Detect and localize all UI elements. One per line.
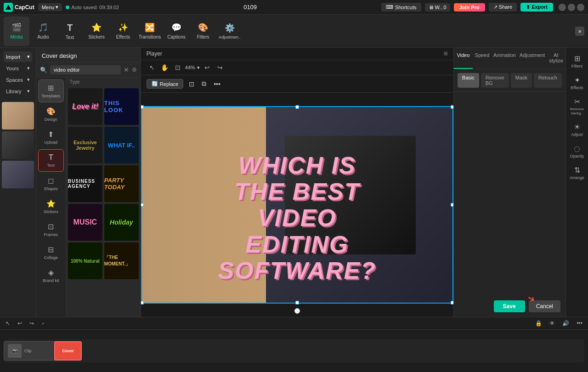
timeline-hide-button[interactable]: 👁 (548, 319, 557, 327)
tool-media[interactable]: 🎬 Media (4, 17, 29, 46)
workspace-button[interactable]: 🖥 W...0 (425, 3, 450, 11)
tab-adjustment[interactable]: Adjustment (518, 48, 547, 69)
media-thumb-3[interactable] (2, 161, 34, 188)
fit-button[interactable]: ⊡ (172, 62, 183, 73)
subtab-mask[interactable]: Mask (511, 73, 532, 88)
canvas-wrap[interactable]: WHICH IS THE BEST VIDEO EDITING SOFTWARE… (141, 93, 453, 317)
template-cell-1[interactable]: Love it! (68, 88, 102, 125)
remove-bg-icon: ✂ (574, 97, 580, 106)
timeline-undo-button[interactable]: ↩ (16, 319, 24, 327)
cover-nav-collage[interactable]: ⊟ Collage (38, 242, 64, 264)
cover-nav-upload[interactable]: ⬆ Upload (38, 126, 64, 148)
search-clear-button[interactable]: ✕ (124, 66, 129, 73)
subtab-basic[interactable]: Basic (458, 73, 479, 88)
canvas-area: Player ≡ ↖ ✋ ⊡ 44% ▾ ↩ ↪ 🔄 Replace (141, 48, 453, 317)
tool-filters-label: Filters (197, 34, 209, 39)
far-right-arrange[interactable]: ⇅ Arrange (566, 163, 588, 183)
far-right-effects[interactable]: ✦ Effects (566, 73, 588, 93)
far-right-remove-bg[interactable]: ✂ Remove backg.. (566, 95, 588, 118)
tool-effects[interactable]: ✨ Effects (110, 17, 136, 46)
cover-nav-shapes[interactable]: ◻ Shapes (38, 173, 64, 195)
timeline-select-button[interactable]: ↖ (4, 319, 12, 327)
search-input[interactable] (50, 65, 121, 74)
tool-audio[interactable]: 🎵 Audio (30, 17, 56, 46)
flip-button[interactable]: ⧉ (200, 78, 208, 90)
undo-button[interactable]: ↩ (202, 62, 213, 73)
subtab-retouch[interactable]: Retouch (534, 73, 562, 88)
more-button[interactable]: ••• (212, 79, 222, 90)
tool-transitions[interactable]: 🔀 Transitions (137, 17, 163, 46)
cover-nav-brand[interactable]: ◈ Brand kit (38, 265, 64, 287)
yours-button[interactable]: Yours ▾ (4, 63, 32, 73)
select-tool-button[interactable]: ↖ (147, 62, 158, 73)
save-button[interactable]: Save (494, 300, 525, 312)
player-menu-button[interactable]: ≡ (444, 50, 448, 58)
replace-button[interactable]: 🔄 Replace (147, 79, 183, 89)
far-right-adjust[interactable]: ☀ Adjust (566, 120, 588, 140)
template-cell-5[interactable]: BUSINESS AGENCY (68, 165, 102, 202)
template-cell-3[interactable]: Exclusive Jewelry (68, 127, 102, 163)
tool-adjustment[interactable]: ⚙️ Adjustmen.. (217, 17, 243, 46)
collage-nav-label: Collage (44, 255, 58, 260)
timeline-split-button[interactable]: ⌿ (40, 319, 46, 327)
library-button[interactable]: Library ▾ (4, 86, 32, 96)
timeline-track[interactable]: 📷 Clip Cover (4, 339, 584, 362)
search-filter-button[interactable]: ⚙ (132, 67, 137, 73)
right-tabs: Video Speed Animation Adjustment AI styl… (454, 48, 565, 69)
timeline-audio-button[interactable]: 🔊 (560, 319, 571, 327)
design-nav-icon: 🎨 (46, 107, 56, 116)
tab-speed[interactable]: Speed (473, 48, 492, 69)
template-cell-10[interactable]: 「THE MOMENT.」 (104, 242, 139, 279)
toolbar-expand-button[interactable]: » (575, 27, 584, 36)
topbar-right: ⌨ Shortcuts 🖥 W...0 Join Pro ↗ Share ⬆ E… (381, 3, 584, 11)
cover-nav-stickers[interactable]: ⭐ Stickers (38, 196, 64, 218)
template-cell-6[interactable]: PARTY TODAY (104, 165, 139, 202)
stickers-nav-icon: ⭐ (46, 199, 56, 208)
subtab-remove-bg[interactable]: Remove BG (481, 73, 509, 88)
left-media-panel: Import ▾ Yours ▾ Spaces ▾ Library ▾ (0, 48, 36, 317)
timeline-redo-button[interactable]: ↪ (28, 319, 36, 327)
far-right-filters[interactable]: ⊞ Filters (566, 51, 588, 71)
shortcuts-button[interactable]: ⌨ Shortcuts (381, 3, 421, 11)
timeline-more-button[interactable]: ••• (575, 319, 584, 327)
tab-animation[interactable]: Animation (492, 48, 518, 69)
tool-text[interactable]: T Text (57, 17, 83, 46)
menu-button[interactable]: Menu ▾ (38, 3, 62, 11)
template-cell-7[interactable]: MUSIC (68, 204, 102, 241)
tab-ai-stylize[interactable]: AI stylize (547, 48, 565, 69)
brand-nav-label: Brand kit (43, 278, 59, 283)
template-cell-8[interactable]: Holiday (104, 204, 139, 241)
hand-tool-button[interactable]: ✋ (159, 62, 170, 73)
redo-button[interactable]: ↪ (215, 62, 226, 73)
template-text-5: BUSINESS AGENCY (68, 179, 102, 189)
cover-nav-frames[interactable]: ⊡ Frames (38, 219, 64, 241)
join-pro-button[interactable]: Join Pro (454, 3, 485, 11)
spaces-button[interactable]: Spaces ▾ (4, 74, 32, 85)
crop-button[interactable]: ⊡ (187, 79, 196, 90)
timeline-content: 📷 Clip Cover (0, 330, 588, 372)
tool-filters[interactable]: 🎨 Filters (190, 17, 216, 46)
timeline-cover-clip[interactable]: Cover (54, 341, 82, 361)
media-thumb-1[interactable] (2, 102, 34, 130)
tool-captions[interactable]: 💬 Captions (164, 17, 189, 46)
cover-nav-design[interactable]: 🎨 Design (38, 103, 64, 125)
template-cell-9[interactable]: 100% Natural (68, 242, 102, 279)
canvas-main-text: WHICH IS THE BEST VIDEO EDITING SOFTWARE… (218, 152, 376, 284)
minimize-button[interactable] (559, 4, 566, 11)
cover-nav-text[interactable]: T Text (38, 149, 64, 172)
tool-stickers[interactable]: ⭐ Stickers (84, 17, 109, 46)
rotate-handle[interactable] (294, 308, 300, 314)
cover-nav-templates[interactable]: ⊞ Templates (38, 79, 64, 102)
close-button[interactable] (577, 4, 584, 11)
export-button[interactable]: ⬆ Export (520, 3, 553, 11)
far-right-opacity[interactable]: ◌ Opacity (566, 141, 588, 161)
timeline-lock-button[interactable]: 🔒 (533, 319, 544, 327)
maximize-button[interactable] (568, 4, 575, 11)
timeline-clip-main[interactable]: 📷 Clip (4, 341, 59, 361)
share-button[interactable]: ↗ Share (489, 3, 517, 11)
tab-video[interactable]: Video (454, 48, 473, 69)
media-thumb-2[interactable] (2, 131, 34, 159)
import-button[interactable]: Import ▾ (4, 51, 32, 62)
template-cell-4[interactable]: WHAT IF.. (104, 127, 139, 163)
template-cell-2[interactable]: THIS LOOK (104, 88, 139, 125)
